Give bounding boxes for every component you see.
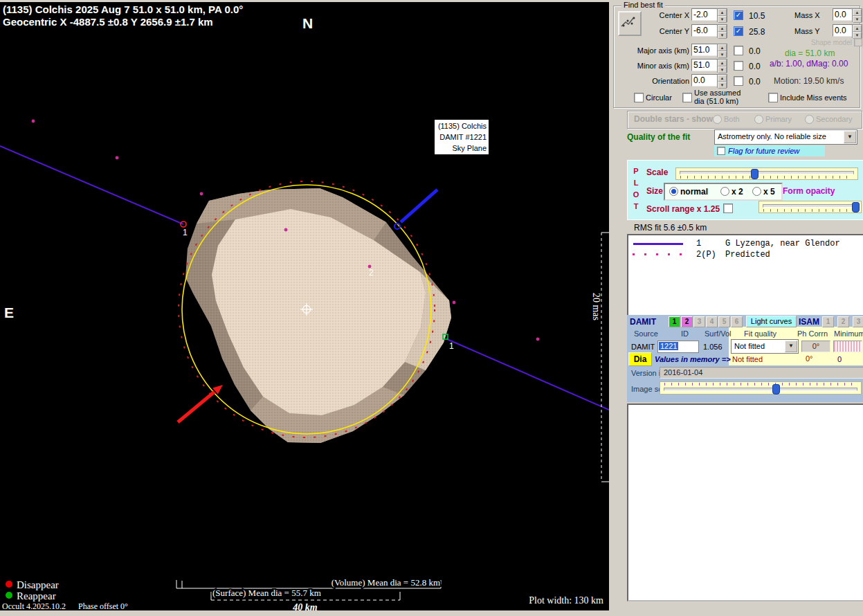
up-arrow-icon[interactable]: ▲ [718, 9, 727, 16]
damit-model-1-button[interactable]: 1 [669, 316, 680, 327]
size-normal-radio[interactable] [669, 187, 678, 196]
up-arrow-icon[interactable]: ▲ [718, 25, 727, 32]
mass-x-stepper[interactable]: ▲▼ [852, 8, 862, 22]
use-assumed-dia-checkbox[interactable] [682, 93, 692, 102]
center-x-input[interactable]: -2.0 [691, 8, 718, 21]
orientation-input[interactable]: 0.0 [691, 74, 718, 87]
legend-row2-number: 2(P) [696, 250, 716, 260]
size-x5-radio[interactable] [752, 187, 761, 196]
minor-axis-fit-checkbox[interactable] [734, 61, 743, 71]
down-arrow-icon[interactable]: ▼ [718, 16, 727, 23]
orientation-fit-checkbox[interactable] [734, 76, 743, 86]
rms-fit-readout: RMS fit 5.6 ±0.5 km [634, 223, 707, 233]
center-x-fit-checkbox[interactable] [734, 10, 743, 20]
down-arrow-icon[interactable]: ▼ [718, 32, 727, 39]
size-x2-radio[interactable] [720, 187, 729, 196]
column-surfvol: Surf/Vol [705, 329, 732, 338]
dropdown-arrow-icon[interactable]: ▼ [785, 341, 797, 352]
damit-model-5-button[interactable]: 5 [718, 316, 730, 327]
include-miss-checkbox[interactable] [768, 93, 778, 102]
down-arrow-icon[interactable]: ▼ [718, 82, 727, 89]
center-y-input[interactable]: -6.0 [691, 24, 718, 37]
form-opacity-slider-thumb[interactable] [852, 202, 860, 212]
flag-review-checkbox[interactable] [717, 147, 725, 155]
damit-model-6-button[interactable]: 6 [731, 316, 743, 327]
minor-axis-stepper[interactable]: ▲▼ [717, 59, 727, 73]
double-stars-secondary-radio[interactable] [805, 115, 814, 124]
light-curves-button[interactable]: Light curves [746, 316, 797, 327]
up-arrow-icon[interactable]: ▲ [853, 9, 862, 16]
form-opacity-slider[interactable] [758, 201, 862, 213]
double-stars-both-radio[interactable] [713, 115, 722, 124]
damit-panel: DAMIT 1 2 3 4 5 6 Light curves ISAM 1 2 … [627, 315, 863, 402]
up-arrow-icon[interactable]: ▲ [718, 75, 727, 82]
fit-quality-dropdown[interactable]: Not fitted ▼ [731, 339, 799, 354]
dia-button[interactable]: Dia [628, 352, 652, 366]
orientation-label: Orientation [626, 77, 689, 85]
id-cell[interactable]: 1221 [657, 341, 699, 353]
chord1-egress-line[interactable] [447, 339, 609, 410]
damit-model-4-button[interactable]: 4 [706, 316, 718, 327]
dropdown-arrow-icon[interactable]: ▼ [844, 131, 856, 143]
image-scale-thumb[interactable] [772, 384, 780, 395]
minimum-cell[interactable] [833, 341, 862, 352]
chord1-ingress-line[interactable] [0, 146, 183, 224]
image-scale-slider[interactable] [660, 381, 862, 395]
info-box-line2: DAMIT #1221 [439, 133, 487, 141]
circular-label: Circular [646, 93, 672, 102]
down-arrow-icon[interactable]: ▼ [718, 51, 727, 58]
sky-plane-plot-area[interactable]: 1 1 2 (1135) Colchis 2025 Aug 7 51.0 x 5… [0, 2, 609, 610]
down-arrow-icon[interactable]: ▼ [718, 66, 727, 73]
damit-model-3-button[interactable]: 3 [693, 316, 705, 327]
scroll-range-checkbox[interactable] [723, 203, 733, 213]
diameter-readout: dia = 51.0 km [785, 48, 835, 58]
major-axis-fit-checkbox[interactable] [734, 46, 743, 55]
isam-model-3-button[interactable]: 3 [853, 316, 863, 327]
fit-quality-value: Not fitted [734, 342, 765, 350]
mass-y-stepper[interactable]: ▲▼ [852, 24, 862, 38]
major-axis-error-value: 0.0 [749, 46, 761, 56]
include-miss-label: Include Miss events [780, 93, 847, 102]
isam-model-2-button[interactable]: 2 [837, 316, 849, 327]
predicted-chord-label: 2 [369, 268, 374, 278]
find-best-fit-title: Find best fit [621, 1, 665, 9]
size-normal-label: normal [680, 187, 708, 197]
down-arrow-icon[interactable]: ▼ [853, 16, 862, 23]
legend-row1-number: 1 [696, 239, 701, 248]
form-opacity-slider-ticks [763, 209, 857, 212]
isam-model-1-button[interactable]: 1 [822, 316, 834, 327]
orientation-stepper[interactable]: ▲▼ [717, 74, 727, 88]
motion-arrow-red [178, 385, 223, 422]
major-axis-stepper[interactable]: ▲▼ [717, 44, 727, 57]
center-x-stepper[interactable]: ▲▼ [717, 8, 727, 22]
observation-legend-list[interactable]: 1 G Lyzenga, near Glendor 2(P) Predicted [627, 234, 863, 318]
center-y-error-value: 25.8 [749, 27, 765, 37]
object-info-box[interactable]: (1135) Colchis DAMIT #1221 Sky Plane [435, 120, 489, 154]
scale-slider-thumb[interactable] [751, 169, 758, 179]
values-in-memory-label: Values in memory => [655, 355, 731, 363]
scale-slider[interactable] [675, 167, 858, 180]
minimum-memory-value: 0 [837, 355, 842, 363]
minor-axis-input[interactable]: 51.0 [691, 59, 718, 71]
legend-row1-text: G Lyzenga, near Glendor [725, 239, 840, 248]
double-stars-primary-radio[interactable] [754, 115, 763, 124]
results-list-box[interactable] [627, 404, 863, 601]
id-selected-text: 1221 [659, 342, 678, 350]
up-arrow-icon[interactable]: ▲ [718, 60, 727, 66]
major-axis-input[interactable]: 51.0 [691, 44, 718, 56]
shape-model-checkbox[interactable] [854, 38, 862, 46]
ph-corrn-cell[interactable]: 0° [801, 341, 830, 352]
source-cell: DAMIT [631, 343, 655, 351]
size-x2-label: x 2 [732, 187, 743, 197]
circular-checkbox[interactable] [634, 93, 644, 102]
up-arrow-icon[interactable]: ▲ [718, 44, 727, 51]
center-y-stepper[interactable]: ▲▼ [717, 24, 727, 38]
phase-offset-label: Phase offset 0° [78, 601, 128, 610]
quality-of-fit-dropdown[interactable]: Astrometry only. No reliable size ▼ [714, 129, 857, 145]
up-arrow-icon[interactable]: ▲ [853, 25, 862, 32]
quality-of-fit-label: Quality of the fit [627, 132, 690, 142]
damit-model-2-button[interactable]: 2 [681, 316, 693, 327]
form-opacity-label: Form opacity [783, 186, 835, 196]
center-y-label: Center Y [637, 27, 689, 35]
center-y-fit-checkbox[interactable] [734, 26, 743, 36]
